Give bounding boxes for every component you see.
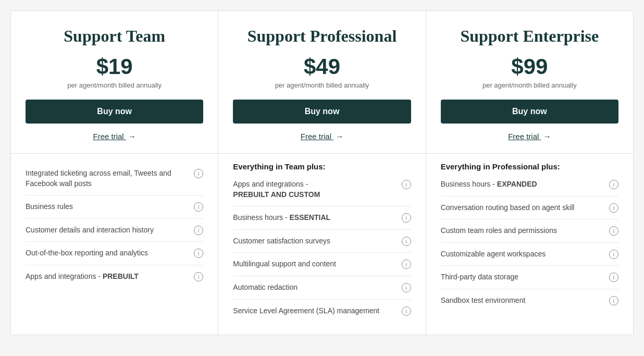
features-section-professional: Everything in Team plus:Apps and integra… xyxy=(233,162,411,322)
feature-text-enterprise-2: Custom team roles and permissions xyxy=(441,226,605,236)
plan-title-professional: Support Professional xyxy=(233,27,411,46)
feature-text-team-2: Customer details and interaction history xyxy=(26,225,190,236)
plan-title-enterprise: Support Enterprise xyxy=(441,27,618,46)
feature-text-enterprise-0: Business hours - EXPANDED xyxy=(441,179,605,190)
features-section-enterprise: Everything in Professional plus:Business… xyxy=(441,162,618,312)
feature-item-professional-5: Service Level Agreement (SLA) management… xyxy=(233,300,411,323)
feature-text-team-1: Business rules xyxy=(26,202,190,212)
pricing-container: Support Team$19per agent/month billed an… xyxy=(10,10,634,335)
info-icon-enterprise-5[interactable]: i xyxy=(609,296,618,305)
feature-text-professional-3: Multilingual support and content xyxy=(233,259,397,269)
feature-text-professional-1: Business hours - ESSENTIAL xyxy=(233,213,397,223)
info-icon-enterprise-2[interactable]: i xyxy=(609,226,618,236)
feature-item-professional-0: Apps and integrations -PREBUILT AND CUST… xyxy=(233,173,411,206)
feature-item-team-4: Apps and integrations - PREBUILTi xyxy=(26,265,203,288)
divider-team xyxy=(11,153,218,154)
plan-card-enterprise: Support Enterprise$99per agent/month bil… xyxy=(426,10,634,335)
plan-price-team: $19 xyxy=(26,54,203,79)
info-icon-professional-3[interactable]: i xyxy=(402,260,411,269)
feature-item-professional-1: Business hours - ESSENTIALi xyxy=(233,206,411,230)
info-icon-team-2[interactable]: i xyxy=(194,226,203,235)
plan-billing-team: per agent/month billed annually xyxy=(26,81,203,89)
features-section-team: Integrated ticketing across email, Tweet… xyxy=(26,162,203,288)
plan-price-professional: $49 xyxy=(233,54,411,79)
features-header-enterprise: Everything in Professional plus: xyxy=(441,162,618,171)
info-icon-enterprise-1[interactable]: i xyxy=(609,203,618,213)
feature-text-team-3: Out-of-the-box reporting and analytics xyxy=(26,248,190,259)
plan-card-professional: Support Professional$49per agent/month b… xyxy=(218,10,426,335)
feature-item-team-2: Customer details and interaction history… xyxy=(26,219,203,242)
plan-billing-enterprise: per agent/month billed annually xyxy=(441,81,618,89)
feature-item-enterprise-3: Customizable agent workspacesi xyxy=(441,243,618,266)
feature-item-enterprise-1: Conversation routing based on agent skil… xyxy=(441,197,618,220)
info-icon-enterprise-4[interactable]: i xyxy=(609,273,618,282)
feature-text-enterprise-1: Conversation routing based on agent skil… xyxy=(441,203,605,213)
plan-title-team: Support Team xyxy=(26,27,203,46)
feature-text-enterprise-4: Third-party data storage xyxy=(441,272,605,283)
info-icon-enterprise-3[interactable]: i xyxy=(609,250,618,259)
feature-item-enterprise-2: Custom team roles and permissionsi xyxy=(441,219,618,243)
feature-text-professional-4: Automatic redaction xyxy=(233,283,397,293)
feature-item-team-1: Business rulesi xyxy=(26,195,203,219)
feature-item-professional-3: Multilingual support and contenti xyxy=(233,253,411,276)
plan-billing-professional: per agent/month billed annually xyxy=(233,81,411,89)
free-trial-link-team[interactable]: Free trial → xyxy=(26,132,203,141)
features-header-professional: Everything in Team plus: xyxy=(233,162,411,171)
feature-text-enterprise-5: Sandbox test environment xyxy=(441,296,605,306)
divider-enterprise xyxy=(426,153,633,154)
buy-now-button-enterprise[interactable]: Buy now xyxy=(441,100,618,124)
divider-professional xyxy=(218,153,425,154)
feature-item-enterprise-0: Business hours - EXPANDEDi xyxy=(441,173,618,197)
info-icon-team-1[interactable]: i xyxy=(194,202,203,212)
feature-item-team-3: Out-of-the-box reporting and analyticsi xyxy=(26,242,203,265)
feature-text-team-4: Apps and integrations - PREBUILT xyxy=(26,272,190,282)
feature-text-professional-0: Apps and integrations -PREBUILT AND CUST… xyxy=(233,179,397,200)
plan-card-team: Support Team$19per agent/month billed an… xyxy=(10,10,218,335)
buy-now-button-professional[interactable]: Buy now xyxy=(233,100,411,124)
feature-item-enterprise-5: Sandbox test environmenti xyxy=(441,289,618,312)
info-icon-team-0[interactable]: i xyxy=(194,169,203,178)
free-trial-link-professional[interactable]: Free trial → xyxy=(233,132,411,141)
feature-item-team-0: Integrated ticketing across email, Tweet… xyxy=(26,162,203,195)
free-trial-link-enterprise[interactable]: Free trial → xyxy=(441,132,618,141)
feature-text-professional-2: Customer satisfaction surveys xyxy=(233,236,397,247)
buy-now-button-team[interactable]: Buy now xyxy=(26,100,203,124)
feature-item-professional-2: Customer satisfaction surveysi xyxy=(233,230,411,253)
info-icon-professional-1[interactable]: i xyxy=(402,213,411,223)
info-icon-professional-0[interactable]: i xyxy=(402,180,411,189)
info-icon-enterprise-0[interactable]: i xyxy=(609,180,618,189)
info-icon-professional-2[interactable]: i xyxy=(402,237,411,246)
feature-item-enterprise-4: Third-party data storagei xyxy=(441,266,618,289)
feature-text-professional-5: Service Level Agreement (SLA) management xyxy=(233,306,397,316)
feature-item-professional-4: Automatic redactioni xyxy=(233,276,411,300)
info-icon-professional-4[interactable]: i xyxy=(402,283,411,292)
info-icon-team-3[interactable]: i xyxy=(194,249,203,258)
info-icon-team-4[interactable]: i xyxy=(194,272,203,281)
feature-text-enterprise-3: Customizable agent workspaces xyxy=(441,249,605,260)
plan-price-enterprise: $99 xyxy=(441,54,618,79)
feature-text-team-0: Integrated ticketing across email, Tweet… xyxy=(26,168,190,189)
info-icon-professional-5[interactable]: i xyxy=(402,306,411,316)
